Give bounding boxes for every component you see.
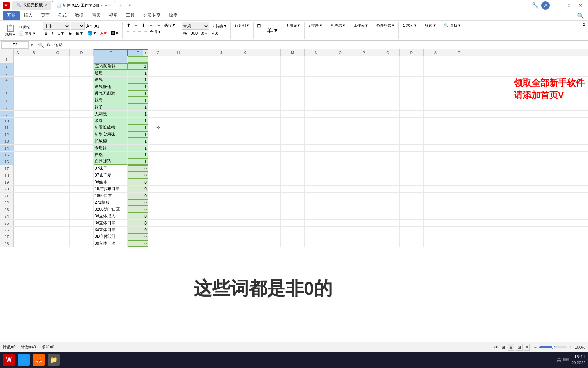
col-header-g[interactable]: G [148,49,168,56]
merge-cells-btn[interactable]: 合并▼ [149,29,162,35]
cell-f2[interactable]: 1 [128,63,148,70]
fill-btn[interactable]: ⬇ 填充▼ [284,22,302,29]
ribbon-tab-home[interactable]: 开始 [3,11,20,20]
col-header-l[interactable]: L [257,49,281,56]
align-top[interactable]: ⬆ [126,22,132,28]
cell-m1[interactable] [281,56,305,63]
row-num-1[interactable]: 1 [0,56,14,63]
cell-f4[interactable]: 1 [128,77,148,83]
cell-j1[interactable] [209,56,233,63]
normal-view-icon[interactable]: ⊞ [508,344,514,351]
reading-view-icon[interactable]: 👁 [494,344,499,350]
col-header-k[interactable]: K [233,49,257,56]
cell-e3[interactable]: 通用 [94,70,128,76]
border-button[interactable]: ⊞▼ [74,30,85,36]
cell-t2[interactable] [447,63,471,70]
cell-b2[interactable] [22,63,46,70]
cell-q2[interactable] [376,63,400,70]
tab-dropdown[interactable]: ▼ [126,2,133,9]
align-justify[interactable]: ≡ [143,29,148,35]
cell-o2[interactable] [328,63,352,70]
text-effect-button[interactable]: 🅰▼ [110,31,120,36]
cond-format-btn[interactable]: 条件格式▼ [375,22,396,29]
increase-decimal-btn[interactable]: .0→ [200,31,209,36]
col-header-d[interactable]: D [70,49,94,56]
cell-p1[interactable] [352,56,376,63]
cell-h2[interactable] [168,63,189,70]
align-left[interactable]: ≡ [126,29,130,35]
col-header-r[interactable]: R [400,49,424,56]
cell-e5[interactable]: 透气舒适 [94,83,128,90]
zoom-in-button[interactable]: + [568,344,573,350]
cell-c3[interactable] [46,70,70,76]
cell-l1[interactable] [257,56,281,63]
fill-color-button[interactable]: 🪣▼ [86,31,98,36]
cell-i3[interactable] [189,70,209,76]
italic-button[interactable]: I [50,30,55,36]
table-style-btn[interactable]: ⊞ [256,22,262,29]
taskbar-wps-icon[interactable]: W [3,354,15,366]
user-avatar[interactable]: W [541,1,550,10]
ribbon-tab-insert[interactable]: 插入 [20,11,37,20]
col-header-e[interactable]: E [94,49,128,56]
thousands-btn[interactable]: 000 [189,30,199,36]
formula-fx-icon[interactable]: fx [46,42,52,48]
ribbon-tab-view[interactable]: 视图 [105,11,122,20]
indent-increase[interactable]: → [156,22,162,28]
cell-q1[interactable] [376,56,400,63]
window-close[interactable]: ✕ [576,1,585,10]
cell-b1[interactable] [22,56,46,63]
cell-n3[interactable] [305,70,328,76]
worksheet-btn[interactable]: 工作表▼ [352,22,370,29]
keyboard-layout[interactable]: ⌨ [563,357,569,362]
special-chars-btn[interactable]: 羊▼ [267,26,279,34]
tab-spreadsheet-close[interactable]: ✕ [109,4,111,7]
col-header-s[interactable]: S [424,49,447,56]
language-selector[interactable]: ⊞ [502,345,505,350]
formula-input[interactable] [53,41,587,49]
cell-e1[interactable] [94,56,128,63]
cell-g2[interactable] [148,63,168,70]
ribbon-tab-page[interactable]: 页面 [37,11,54,20]
cell-n2[interactable] [305,63,328,70]
col-header-c[interactable]: C [46,49,70,56]
copy-button[interactable]: 📄 复制▼ [18,31,37,36]
cell-m3[interactable] [281,70,305,76]
cell-g3[interactable] [148,70,168,76]
cell-g1[interactable] [148,56,168,63]
align-bottom[interactable]: ⬇ [141,22,147,28]
zoom-slider[interactable] [539,346,567,348]
cell-i1[interactable] [189,56,209,63]
new-tab-button[interactable]: + [117,1,125,10]
right-toolbar-icon[interactable]: ⚙ [582,22,586,39]
font-name-select[interactable]: 宋体 [43,22,70,30]
cell-f5[interactable]: 1 [128,83,148,90]
page-layout-icon[interactable]: ⊡ [516,344,523,351]
cell-t1[interactable] [447,56,471,63]
ribbon-tab-efficiency[interactable]: 效率 [165,11,182,20]
find-btn[interactable]: 🔍 查找▼ [443,22,462,29]
ribbon-tab-formula[interactable]: 公式 [54,11,71,20]
col-header-i[interactable]: I [189,49,209,56]
cell-i2[interactable] [189,63,209,70]
input-method[interactable]: 英 [557,357,561,363]
bold-button[interactable]: B [43,30,49,36]
cell-e4[interactable]: 透气 [94,77,128,83]
wrap-text-btn[interactable]: 换行▼ [163,22,177,28]
align-middle[interactable]: ↔ [133,22,140,28]
tab-spreadsheet[interactable]: 📊 新建 XLS 工作表.xls ● ● ✕ [52,1,115,10]
cell-h1[interactable] [168,56,189,63]
ribbon-tab-review[interactable]: 审阅 [88,11,105,20]
font-size-increase[interactable]: A↑ [86,23,93,29]
ribbon-tab-vip[interactable]: 会员专享 [139,11,165,20]
percent-btn[interactable]: % [182,30,189,36]
cell-l2[interactable] [257,63,281,70]
cell-name-box[interactable]: F2 [1,41,29,49]
row-num-3[interactable]: 3 [0,70,14,76]
taskbar-files-icon[interactable]: 📁 [48,354,60,366]
cell-d2[interactable] [70,63,94,70]
ribbon-tab-data[interactable]: 数据 [71,11,88,20]
decrease-decimal-btn[interactable]: ←.0 [210,31,219,36]
col-header-h[interactable]: H [168,49,189,56]
col-header-b[interactable]: B [22,49,46,56]
